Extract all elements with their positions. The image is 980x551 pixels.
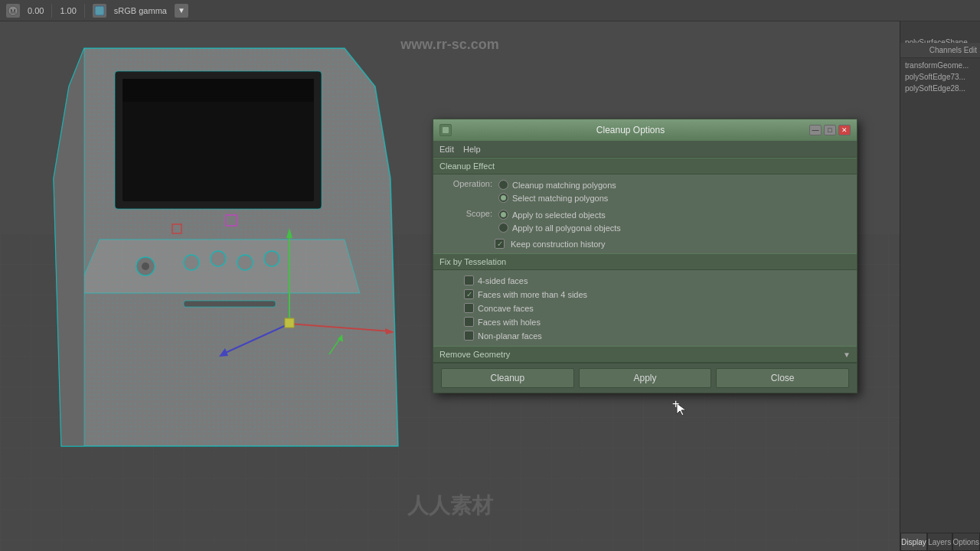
radio-cleanup-matching[interactable]	[498, 180, 508, 190]
close-x-button[interactable]: ✕	[838, 125, 851, 135]
svg-point-7	[184, 255, 199, 270]
svg-point-8	[211, 251, 226, 266]
menu-help[interactable]: Help	[463, 145, 481, 154]
toolbar: M 0.00 1.00 sRGB gamma ▼	[0, 0, 980, 21]
checkbox-row-4sided: 4-sided faces	[464, 275, 848, 286]
checkbox-concave[interactable]	[464, 303, 474, 313]
checkbox-holes[interactable]	[464, 317, 474, 327]
arcade-machine	[23, 25, 429, 477]
panel-item-3: polySoftEdge28...	[900, 83, 980, 94]
channels-edit-header: Channels Edit	[900, 43, 980, 58]
svg-rect-6	[122, 79, 314, 102]
separator2	[84, 4, 85, 18]
checkbox-row-nonplanar: Non-planar faces	[464, 330, 848, 341]
apply-button[interactable]: Apply	[579, 368, 712, 388]
transform-y-value: 1.00	[60, 6, 76, 15]
scope-row: Scope: Apply to selected objects Apply t…	[433, 206, 857, 236]
radio-apply-selected[interactable]	[498, 210, 508, 220]
remove-geometry-arrow: ▼	[843, 350, 851, 359]
radio-selected-label: Apply to selected objects	[512, 210, 606, 220]
tab-display[interactable]: Display	[900, 533, 927, 551]
scope-label: Scope:	[443, 209, 492, 218]
cleanup-button[interactable]: Cleanup	[441, 368, 574, 388]
section-fix-tesselation: Fix by Tesselation	[433, 253, 857, 270]
label-concave: Concave faces	[478, 304, 534, 313]
svg-rect-25	[443, 127, 449, 133]
dialog-title: Cleanup Options	[452, 125, 809, 135]
radio-apply-all[interactable]	[498, 223, 508, 233]
profile-icon[interactable]	[93, 4, 106, 18]
svg-point-9	[237, 255, 253, 270]
label-more4: Faces with more than 4 sides	[478, 290, 587, 299]
cleanup-dialog[interactable]: Cleanup Options — □ ✕ Edit Help Cleanup …	[433, 119, 858, 393]
color-profile-value[interactable]: sRGB gamma	[114, 6, 167, 15]
panel-tabs: Display Layers Options	[900, 533, 980, 551]
minimize-button[interactable]: —	[809, 125, 822, 135]
label-4sided: 4-sided faces	[478, 276, 528, 285]
svg-rect-2	[95, 6, 104, 15]
label-holes: Faces with holes	[478, 318, 541, 327]
operation-radio-group: Cleanup matching polygons Select matchin…	[498, 179, 616, 204]
label-nonplanar: Non-planar faces	[478, 331, 542, 341]
svg-rect-22	[285, 318, 294, 328]
tab-options[interactable]: Options	[952, 533, 980, 551]
separator	[51, 4, 52, 18]
dialog-menubar: Edit Help	[433, 141, 857, 158]
panel-item-2: polySoftEdge73...	[900, 71, 980, 83]
radio-select-matching[interactable]	[498, 193, 508, 203]
maximize-button[interactable]: □	[824, 125, 836, 135]
radio-select-label: Select matching polygons	[512, 194, 608, 203]
transform-x-value: 0.00	[28, 6, 44, 15]
radio-row-cleanup: Cleanup matching polygons	[498, 179, 616, 191]
dialog-footer: Cleanup Apply Close	[433, 363, 857, 393]
dialog-titlebar: Cleanup Options — □ ✕	[433, 119, 857, 141]
tab-layers[interactable]: Layers	[927, 533, 952, 551]
section-cleanup-effect: Cleanup Effect	[433, 158, 857, 174]
dialog-title-buttons: — □ ✕	[809, 125, 851, 135]
checkbox-more4sides[interactable]	[464, 289, 474, 299]
radio-row-select: Select matching polygons	[498, 192, 616, 204]
menu-icon[interactable]: M	[6, 4, 20, 18]
checkbox-nonplanar[interactable]	[464, 331, 474, 341]
menu-edit[interactable]: Edit	[439, 145, 454, 154]
section-remove-geometry[interactable]: Remove Geometry ▼	[433, 346, 857, 363]
radio-cleanup-label: Cleanup matching polygons	[512, 181, 616, 190]
checkbox-row-holes: Faces with holes	[464, 316, 848, 328]
svg-point-12	[142, 262, 149, 270]
radio-row-selected: Apply to selected objects	[498, 209, 621, 220]
scope-radio-group: Apply to selected objects Apply to all p…	[498, 209, 621, 233]
operation-row: Operation: Cleanup matching polygons Sel…	[433, 174, 857, 206]
panel-item-1: transformGeome...	[900, 60, 980, 71]
radio-all-label: Apply to all polygonal objects	[512, 223, 621, 233]
svg-text:M: M	[10, 8, 16, 15]
radio-row-all: Apply to all polygonal objects	[498, 222, 621, 233]
close-button[interactable]: Close	[716, 368, 849, 388]
dialog-icon	[439, 124, 452, 136]
dialog-body: Cleanup Effect Operation: Cleanup matchi…	[433, 158, 857, 363]
svg-point-10	[264, 251, 279, 266]
checkbox-row-concave: Concave faces	[464, 302, 848, 314]
checkbox-row-more4: Faces with more than 4 sides	[464, 289, 848, 300]
tesselation-checkboxes: 4-sided faces Faces with more than 4 sid…	[433, 270, 857, 346]
svg-rect-13	[184, 301, 276, 307]
dropdown-icon[interactable]: ▼	[175, 4, 188, 18]
keep-history-row: Keep construction history	[433, 236, 857, 253]
right-panel: Channels Edit polySurfaceShape INPUTS tr…	[900, 21, 980, 551]
checkbox-keep-history[interactable]	[495, 239, 505, 249]
checkbox-4sided[interactable]	[464, 276, 474, 285]
operation-label: Operation:	[443, 179, 492, 188]
keep-history-label: Keep construction history	[511, 240, 606, 249]
